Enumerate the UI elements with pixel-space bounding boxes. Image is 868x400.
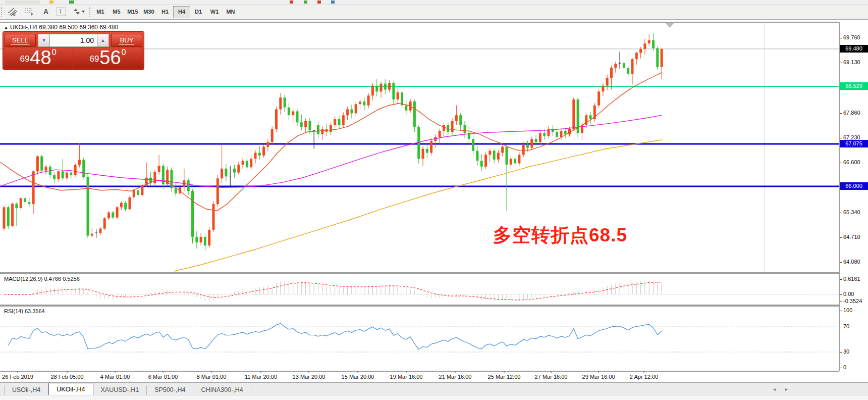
axis-tick bbox=[840, 368, 842, 368]
sell-price-panel[interactable]: 69 48 0 bbox=[5, 48, 72, 68]
axis-tick bbox=[840, 63, 842, 63]
buy-price-digits: 56 bbox=[99, 49, 121, 66]
rsi-tick-label: 30 bbox=[843, 348, 868, 355]
level-price-badge: 67.075 bbox=[840, 140, 868, 147]
sell-price-digits: 48 bbox=[30, 49, 51, 66]
macd-tick-label: 0.00 bbox=[843, 291, 868, 297]
level-price-badge: 68.529 bbox=[840, 82, 868, 90]
buy-price-panel[interactable]: 69 56 0 bbox=[73, 48, 142, 68]
price-tick-label: 64.080 bbox=[843, 259, 868, 265]
volume-input[interactable]: 1.00 bbox=[50, 34, 97, 47]
one-click-trading-panel: SELL ▼ 1.00 ▲ BUY 69 48 0 69 56 0 bbox=[3, 31, 144, 70]
axis-tick bbox=[840, 302, 842, 302]
price-tick-label: 69.760 bbox=[843, 34, 868, 40]
sell-price-major: 69 bbox=[20, 54, 29, 64]
axis-tick bbox=[840, 294, 842, 295]
buy-button[interactable]: BUY bbox=[111, 34, 142, 47]
axis-tick bbox=[840, 237, 842, 238]
rsi-tick-label: 70 bbox=[843, 323, 868, 329]
buy-price-pipette: 0 bbox=[122, 48, 126, 57]
symbol-header: ▲UKOil-,H4 69.380 69.500 69.360 69.480 bbox=[4, 24, 118, 31]
level-price-badge: 66.000 bbox=[840, 182, 868, 190]
rsi-line bbox=[8, 323, 662, 349]
price-tick-label: 66.600 bbox=[843, 159, 868, 165]
volume-decrease-button[interactable]: ▼ bbox=[38, 34, 50, 47]
macd-tick-label: -0.3524 bbox=[843, 298, 868, 304]
sell-price-pipette: 0 bbox=[52, 48, 57, 57]
macd-tick-label: 0.6161 bbox=[843, 276, 868, 282]
axis-tick bbox=[840, 279, 842, 280]
price-tick-label: 65.340 bbox=[843, 209, 868, 215]
direction-up-icon: ▲ bbox=[4, 25, 8, 30]
axis-tick bbox=[840, 327, 842, 327]
axis-tick bbox=[840, 311, 842, 311]
rsi-label: RSI(14) 63.3564 bbox=[4, 308, 45, 314]
rsi-tick-label: 100 bbox=[843, 307, 868, 313]
macd-histogram bbox=[4, 281, 662, 301]
terminal-window: E F A T M1M5M15M30H1H4D1W1MN bbox=[0, 0, 868, 400]
volume-stepper: ▼ 1.00 ▲ bbox=[38, 34, 109, 47]
rsi-tick-label: 0 bbox=[843, 364, 868, 370]
axis-tick bbox=[840, 138, 842, 138]
current-price-badge: 69.480 bbox=[840, 45, 868, 53]
axis-tick bbox=[840, 262, 842, 263]
chart-annotation-text: 多空转折点68.5 bbox=[493, 223, 627, 248]
macd-label: MACD(12,26,9) 0.4766 0.5256 bbox=[4, 276, 80, 282]
fast-ma bbox=[0, 73, 662, 211]
axis-tick bbox=[840, 113, 842, 114]
axis-tick bbox=[840, 38, 842, 38]
axis-tick bbox=[840, 352, 842, 353]
volume-increase-button[interactable]: ▲ bbox=[97, 34, 109, 47]
buy-price-major: 69 bbox=[89, 54, 99, 64]
macd-signal-line bbox=[4, 282, 662, 300]
sell-button[interactable]: SELL bbox=[5, 34, 36, 47]
chart-shift-marker bbox=[666, 23, 674, 28]
price-tick-label: 67.860 bbox=[843, 110, 868, 116]
axis-tick bbox=[840, 213, 842, 213]
symbol-ohlc-text: UKOil-,H4 69.380 69.500 69.360 69.480 bbox=[10, 24, 118, 31]
axis-tick bbox=[840, 163, 842, 163]
price-tick-label: 69.130 bbox=[843, 59, 868, 65]
price-tick-label: 64.710 bbox=[843, 234, 868, 240]
